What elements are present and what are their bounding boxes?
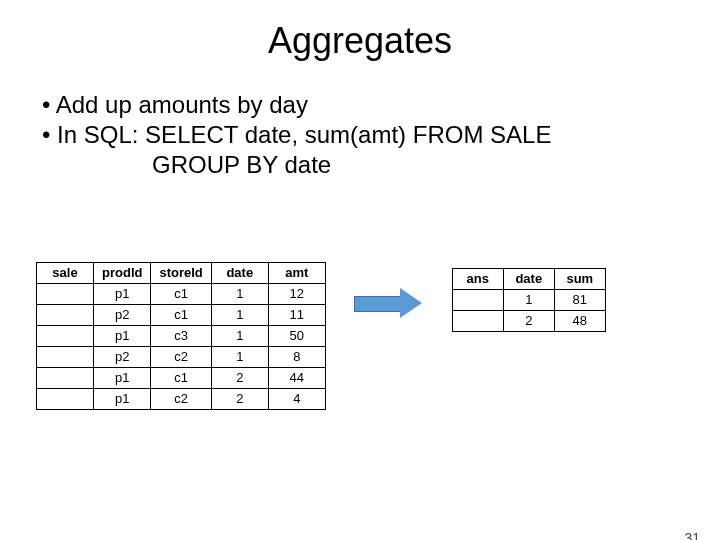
table-row: p2c218: [37, 347, 326, 368]
table-row: p2c1111: [37, 305, 326, 326]
table-header-row: sale prodId storeId date amt: [37, 263, 326, 284]
col-date: date: [211, 263, 268, 284]
sale-label: sale: [37, 263, 94, 284]
ans-table: ans date sum 181 248: [452, 268, 606, 332]
table-row: 248: [452, 311, 605, 332]
slide: Aggregates • Add up amounts by day • In …: [0, 20, 720, 540]
bullet-2: • In SQL: SELECT date, sum(amt) FROM SAL…: [42, 120, 720, 150]
col-storeid: storeId: [151, 263, 211, 284]
table-row: p1c3150: [37, 326, 326, 347]
table-row: p1c224: [37, 389, 326, 410]
table-header-row: ans date sum: [452, 269, 605, 290]
page-number: 31: [684, 530, 700, 540]
bullet-1: • Add up amounts by day: [42, 90, 720, 120]
sale-table: sale prodId storeId date amt p1c1112 p2c…: [36, 262, 326, 410]
col-sum: sum: [554, 269, 605, 290]
tables-row: sale prodId storeId date amt p1c1112 p2c…: [36, 262, 684, 410]
ans-label: ans: [452, 269, 503, 290]
table-row: p1c1244: [37, 368, 326, 389]
col-date: date: [503, 269, 554, 290]
arrow-icon: [354, 288, 424, 318]
table-row: p1c1112: [37, 284, 326, 305]
ans-block: ans date sum 181 248: [452, 268, 606, 332]
bullet-list: • Add up amounts by day • In SQL: SELECT…: [42, 90, 720, 180]
table-row: 181: [452, 290, 605, 311]
bullet-2-cont: GROUP BY date: [152, 150, 720, 180]
col-amt: amt: [268, 263, 325, 284]
col-prodid: prodId: [94, 263, 151, 284]
slide-title: Aggregates: [0, 20, 720, 62]
